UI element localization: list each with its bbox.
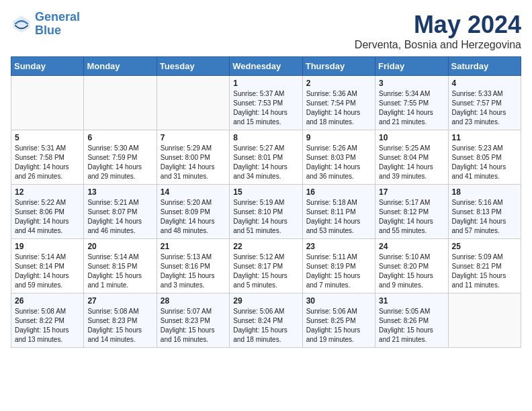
day-content: Sunrise: 5:18 AM Sunset: 8:11 PM Dayligh… bbox=[306, 198, 371, 236]
calendar-day-cell-23: 23Sunrise: 5:11 AM Sunset: 8:19 PM Dayli… bbox=[302, 239, 375, 293]
day-number: 28 bbox=[161, 296, 226, 306]
calendar-day-cell-20: 20Sunrise: 5:14 AM Sunset: 8:15 PM Dayli… bbox=[84, 239, 157, 293]
calendar-day-cell-12: 12Sunrise: 5:22 AM Sunset: 8:06 PM Dayli… bbox=[11, 185, 84, 239]
day-content: Sunrise: 5:08 AM Sunset: 8:22 PM Dayligh… bbox=[15, 307, 80, 345]
day-content: Sunrise: 5:08 AM Sunset: 8:23 PM Dayligh… bbox=[87, 307, 152, 345]
logo-text: General Blue bbox=[35, 11, 80, 38]
calendar-week-row: 26Sunrise: 5:08 AM Sunset: 8:22 PM Dayli… bbox=[11, 293, 521, 348]
calendar-day-cell-24: 24Sunrise: 5:10 AM Sunset: 8:20 PM Dayli… bbox=[375, 239, 448, 293]
day-number: 5 bbox=[15, 133, 80, 142]
day-content: Sunrise: 5:34 AM Sunset: 7:55 PM Dayligh… bbox=[379, 89, 444, 127]
day-content: Sunrise: 5:12 AM Sunset: 8:17 PM Dayligh… bbox=[233, 253, 298, 290]
weekday-header-tuesday: Tuesday bbox=[157, 57, 229, 76]
day-content: Sunrise: 5:27 AM Sunset: 8:01 PM Dayligh… bbox=[233, 144, 298, 181]
day-number: 8 bbox=[233, 133, 298, 142]
month-title: May 2024 bbox=[355, 11, 521, 39]
day-number: 19 bbox=[15, 242, 80, 251]
day-content: Sunrise: 5:19 AM Sunset: 8:10 PM Dayligh… bbox=[233, 198, 298, 236]
weekday-header-saturday: Saturday bbox=[448, 57, 521, 76]
weekday-header-thursday: Thursday bbox=[302, 57, 375, 76]
weekday-header-sunday: Sunday bbox=[11, 57, 84, 76]
day-number: 31 bbox=[379, 296, 444, 306]
day-content: Sunrise: 5:06 AM Sunset: 8:25 PM Dayligh… bbox=[306, 307, 371, 345]
day-content: Sunrise: 5:37 AM Sunset: 7:53 PM Dayligh… bbox=[233, 89, 298, 127]
day-number: 11 bbox=[452, 133, 517, 142]
calendar-empty-cell bbox=[11, 76, 84, 130]
day-number: 24 bbox=[379, 242, 444, 251]
calendar-day-cell-21: 21Sunrise: 5:13 AM Sunset: 8:16 PM Dayli… bbox=[157, 239, 229, 293]
day-number: 21 bbox=[161, 242, 226, 251]
logo: General Blue bbox=[11, 11, 80, 38]
day-content: Sunrise: 5:14 AM Sunset: 8:15 PM Dayligh… bbox=[87, 253, 152, 290]
day-content: Sunrise: 5:26 AM Sunset: 8:03 PM Dayligh… bbox=[306, 144, 371, 181]
calendar-empty-cell bbox=[84, 76, 157, 130]
day-content: Sunrise: 5:33 AM Sunset: 7:57 PM Dayligh… bbox=[452, 89, 517, 127]
calendar-day-cell-8: 8Sunrise: 5:27 AM Sunset: 8:01 PM Daylig… bbox=[230, 130, 302, 185]
day-number: 15 bbox=[233, 187, 298, 197]
day-number: 18 bbox=[452, 187, 517, 197]
calendar-day-cell-31: 31Sunrise: 5:05 AM Sunset: 8:26 PM Dayli… bbox=[375, 293, 448, 348]
calendar-day-cell-14: 14Sunrise: 5:20 AM Sunset: 8:09 PM Dayli… bbox=[157, 185, 229, 239]
calendar-week-row: 5Sunrise: 5:31 AM Sunset: 7:58 PM Daylig… bbox=[11, 130, 521, 185]
calendar-day-cell-26: 26Sunrise: 5:08 AM Sunset: 8:22 PM Dayli… bbox=[11, 293, 84, 348]
day-content: Sunrise: 5:25 AM Sunset: 8:04 PM Dayligh… bbox=[379, 144, 444, 181]
day-content: Sunrise: 5:07 AM Sunset: 8:23 PM Dayligh… bbox=[161, 307, 226, 345]
day-number: 1 bbox=[233, 79, 298, 88]
calendar-day-cell-19: 19Sunrise: 5:14 AM Sunset: 8:14 PM Dayli… bbox=[11, 239, 84, 293]
day-number: 12 bbox=[15, 187, 80, 197]
day-content: Sunrise: 5:17 AM Sunset: 8:12 PM Dayligh… bbox=[379, 198, 444, 236]
day-number: 13 bbox=[87, 187, 152, 197]
calendar-day-cell-17: 17Sunrise: 5:17 AM Sunset: 8:12 PM Dayli… bbox=[375, 185, 448, 239]
day-number: 26 bbox=[15, 296, 80, 306]
day-number: 14 bbox=[161, 187, 226, 197]
day-content: Sunrise: 5:09 AM Sunset: 8:21 PM Dayligh… bbox=[452, 253, 517, 290]
day-number: 7 bbox=[161, 133, 226, 142]
day-content: Sunrise: 5:05 AM Sunset: 8:26 PM Dayligh… bbox=[379, 307, 444, 345]
day-content: Sunrise: 5:16 AM Sunset: 8:13 PM Dayligh… bbox=[452, 198, 517, 236]
day-content: Sunrise: 5:23 AM Sunset: 8:05 PM Dayligh… bbox=[452, 144, 517, 181]
page-header: General Blue May 2024 Derventa, Bosnia a… bbox=[11, 11, 521, 51]
calendar-day-cell-10: 10Sunrise: 5:25 AM Sunset: 8:04 PM Dayli… bbox=[375, 130, 448, 185]
calendar-day-cell-3: 3Sunrise: 5:34 AM Sunset: 7:55 PM Daylig… bbox=[375, 76, 448, 130]
calendar-day-cell-9: 9Sunrise: 5:26 AM Sunset: 8:03 PM Daylig… bbox=[302, 130, 375, 185]
calendar-empty-cell bbox=[157, 76, 229, 130]
weekday-header-friday: Friday bbox=[375, 57, 448, 76]
calendar-week-row: 19Sunrise: 5:14 AM Sunset: 8:14 PM Dayli… bbox=[11, 239, 521, 293]
calendar-day-cell-11: 11Sunrise: 5:23 AM Sunset: 8:05 PM Dayli… bbox=[448, 130, 521, 185]
calendar-day-cell-29: 29Sunrise: 5:06 AM Sunset: 8:24 PM Dayli… bbox=[230, 293, 302, 348]
day-content: Sunrise: 5:21 AM Sunset: 8:07 PM Dayligh… bbox=[87, 198, 152, 236]
calendar-day-cell-16: 16Sunrise: 5:18 AM Sunset: 8:11 PM Dayli… bbox=[302, 185, 375, 239]
title-block: May 2024 Derventa, Bosnia and Herzegovin… bbox=[355, 11, 521, 51]
weekday-header-monday: Monday bbox=[84, 57, 157, 76]
day-number: 2 bbox=[306, 79, 371, 88]
location-subtitle: Derventa, Bosnia and Herzegovina bbox=[355, 39, 521, 51]
day-number: 22 bbox=[233, 242, 298, 251]
logo-icon bbox=[11, 13, 32, 35]
calendar-day-cell-2: 2Sunrise: 5:36 AM Sunset: 7:54 PM Daylig… bbox=[302, 76, 375, 130]
calendar-day-cell-27: 27Sunrise: 5:08 AM Sunset: 8:23 PM Dayli… bbox=[84, 293, 157, 348]
day-number: 30 bbox=[306, 296, 371, 306]
calendar-day-cell-30: 30Sunrise: 5:06 AM Sunset: 8:25 PM Dayli… bbox=[302, 293, 375, 348]
day-content: Sunrise: 5:11 AM Sunset: 8:19 PM Dayligh… bbox=[306, 253, 371, 290]
calendar-day-cell-5: 5Sunrise: 5:31 AM Sunset: 7:58 PM Daylig… bbox=[11, 130, 84, 185]
calendar-day-cell-15: 15Sunrise: 5:19 AM Sunset: 8:10 PM Dayli… bbox=[230, 185, 302, 239]
calendar-day-cell-6: 6Sunrise: 5:30 AM Sunset: 7:59 PM Daylig… bbox=[84, 130, 157, 185]
calendar-table: SundayMondayTuesdayWednesdayThursdayFrid… bbox=[11, 56, 521, 348]
weekday-header-row: SundayMondayTuesdayWednesdayThursdayFrid… bbox=[11, 57, 521, 76]
day-content: Sunrise: 5:30 AM Sunset: 7:59 PM Dayligh… bbox=[87, 144, 152, 181]
day-number: 29 bbox=[233, 296, 298, 306]
calendar-week-row: 12Sunrise: 5:22 AM Sunset: 8:06 PM Dayli… bbox=[11, 185, 521, 239]
day-content: Sunrise: 5:22 AM Sunset: 8:06 PM Dayligh… bbox=[15, 198, 80, 236]
calendar-week-row: 1Sunrise: 5:37 AM Sunset: 7:53 PM Daylig… bbox=[11, 76, 521, 130]
day-number: 9 bbox=[306, 133, 371, 142]
calendar-day-cell-18: 18Sunrise: 5:16 AM Sunset: 8:13 PM Dayli… bbox=[448, 185, 521, 239]
day-number: 23 bbox=[306, 242, 371, 251]
weekday-header-wednesday: Wednesday bbox=[230, 57, 302, 76]
calendar-day-cell-13: 13Sunrise: 5:21 AM Sunset: 8:07 PM Dayli… bbox=[84, 185, 157, 239]
day-number: 17 bbox=[379, 187, 444, 197]
calendar-day-cell-1: 1Sunrise: 5:37 AM Sunset: 7:53 PM Daylig… bbox=[230, 76, 302, 130]
day-content: Sunrise: 5:14 AM Sunset: 8:14 PM Dayligh… bbox=[15, 253, 80, 290]
day-content: Sunrise: 5:13 AM Sunset: 8:16 PM Dayligh… bbox=[161, 253, 226, 290]
day-number: 4 bbox=[452, 79, 517, 88]
day-number: 27 bbox=[87, 296, 152, 306]
